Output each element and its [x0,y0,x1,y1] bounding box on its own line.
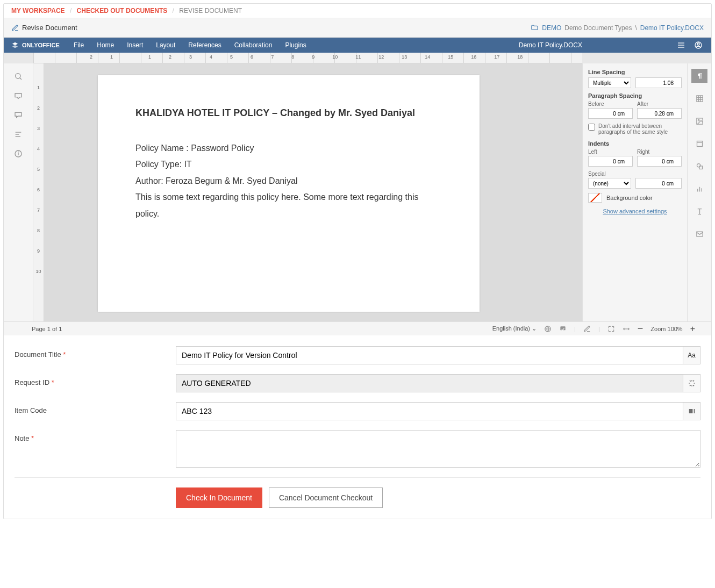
page-indicator[interactable]: Page 1 of 1 [32,326,62,332]
advanced-settings-link[interactable]: Show advanced settings [588,208,682,214]
breadcrumb-workspace[interactable]: MY WORKSPACE [11,7,65,15]
indent-right-label: Right [637,149,682,155]
zoom-in[interactable]: + [690,324,695,334]
item-code-label: Item Code [15,406,47,414]
doc-heading[interactable]: KHALIDYA HOTEL IT POLICY – Changed by Mr… [135,107,442,119]
info-icon[interactable] [14,149,23,158]
dont-add-checkbox[interactable] [588,124,595,131]
fitpage-icon[interactable] [607,325,615,333]
hamburger-icon[interactable] [677,41,685,49]
special-value[interactable] [635,178,682,189]
bgcolor-label: Background color [606,195,653,201]
cancel-checkout-button[interactable]: Cancel Document Checkout [269,487,383,508]
globe-icon[interactable] [544,325,552,333]
request-id-label: Request ID [15,378,49,386]
after-value[interactable] [637,108,682,119]
zoom-out[interactable]: − [638,323,644,334]
before-value[interactable] [588,108,633,119]
svg-point-12 [18,152,19,152]
mail-icon[interactable] [691,227,707,241]
checkin-button[interactable]: Check In Document [176,487,262,508]
request-id-input [176,374,683,392]
onlyoffice-icon [11,41,19,49]
svg-point-5 [16,74,20,78]
item-code-barcode-button[interactable] [683,402,700,420]
path-sep: \ [635,24,637,32]
svg-rect-13 [696,95,702,101]
metadata-form: Document Title * Aa Request ID * Item Co… [4,335,711,519]
menu-references[interactable]: References [182,38,227,53]
note-label: Note [15,434,29,442]
menu-plugins[interactable]: Plugins [278,38,312,53]
right-toolbar [687,63,711,321]
indent-left[interactable] [588,156,633,167]
textart-icon[interactable] [691,204,707,218]
document-page[interactable]: KHALIDYA HOTEL IT POLICY – Changed by Mr… [98,75,480,312]
chat-icon[interactable] [14,111,23,119]
horizontal-ruler[interactable]: 21123456789101112131415161718 [33,53,582,63]
header-icon[interactable] [691,137,707,150]
user-icon[interactable] [694,41,703,49]
indent-right[interactable] [637,156,682,167]
indent-left-label: Left [588,149,633,155]
doc-title-input[interactable] [176,346,683,364]
doc-para-1[interactable]: Policy Name : Password Policy [135,140,442,156]
paragraph-icon[interactable] [691,69,707,83]
menu-file[interactable]: File [67,38,90,53]
doc-title-case-button[interactable]: Aa [683,346,700,364]
breadcrumb-sep: / [173,7,174,15]
path-file[interactable]: Demo IT Policy.DOCX [640,24,704,32]
title-bar: Revise Document DEMO Demo Document Types… [4,18,711,38]
menu-insert[interactable]: Insert [120,38,149,53]
breadcrumb-current: REVISE DOCUMENT [179,7,242,15]
request-id-generate-button[interactable] [683,374,700,392]
zoom-level[interactable]: Zoom 100% [650,326,682,332]
headings-icon[interactable] [14,130,23,139]
item-code-input[interactable] [176,402,683,420]
form-divider [15,477,700,478]
comments-icon[interactable] [14,91,23,100]
dont-add-interval[interactable]: Don't add interval between paragraphs of… [588,123,682,135]
special-mode[interactable]: (none) [588,178,631,189]
breadcrumb: MY WORKSPACE / CHECKED OUT DOCUMENTS / R… [4,4,711,18]
folder-icon [531,24,539,32]
note-textarea[interactable] [176,430,700,468]
doc-para-2[interactable]: Policy Type: IT [135,156,442,173]
line-spacing-value[interactable] [635,77,682,88]
table-icon[interactable] [691,91,707,105]
status-bar: Page 1 of 1 English (India) ⌄ | | − Zoom… [4,321,711,335]
editor-canvas[interactable]: KHALIDYA HOTEL IT POLICY – Changed by Mr… [44,63,582,321]
search-icon[interactable] [14,72,23,81]
doc-para-4[interactable]: This is some text regarding this policy … [135,189,442,222]
trackchanges-icon[interactable] [583,325,591,333]
document-editor: ONLYOFFICE File Home Insert Layout Refer… [4,38,711,335]
breadcrumb-sep: / [70,7,72,15]
path-types[interactable]: Demo Document Types [564,24,632,32]
shape-icon[interactable] [691,159,707,173]
image-icon[interactable] [691,114,707,128]
breadcrumb-checkedout[interactable]: CHECKED OUT DOCUMENTS [77,7,168,15]
language-selector[interactable]: English (India) ⌄ [492,325,537,332]
svg-line-6 [20,78,22,80]
menu-collaboration[interactable]: Collaboration [228,38,279,53]
menu-layout[interactable]: Layout [149,38,182,53]
page-title: Revise Document [22,24,77,32]
chart-icon[interactable] [691,182,707,196]
vertical-ruler[interactable]: 12345678910 [33,63,44,321]
file-path: DEMO Demo Document Types \ Demo IT Polic… [531,24,704,32]
fitwidth-icon[interactable] [623,325,630,333]
special-label: Special [588,171,682,177]
doc-para-3[interactable]: Author: Feroza Begum & Mr. Syed Daniyal [135,173,442,189]
before-label: Before [588,101,633,107]
menu-home[interactable]: Home [90,38,120,53]
svg-rect-20 [697,141,702,146]
indents-label: Indents [588,140,682,147]
menu-bar: ONLYOFFICE File Home Insert Layout Refer… [4,38,711,53]
bgcolor-swatch[interactable] [588,193,602,203]
editor-doc-name: Demo IT Policy.DOCX [519,41,668,49]
svg-point-4 [697,43,699,45]
line-spacing-label: Line Spacing [588,69,682,75]
line-spacing-mode[interactable]: Multiple [588,77,631,88]
path-demo[interactable]: DEMO [542,24,561,32]
spellcheck-icon[interactable] [559,325,567,333]
